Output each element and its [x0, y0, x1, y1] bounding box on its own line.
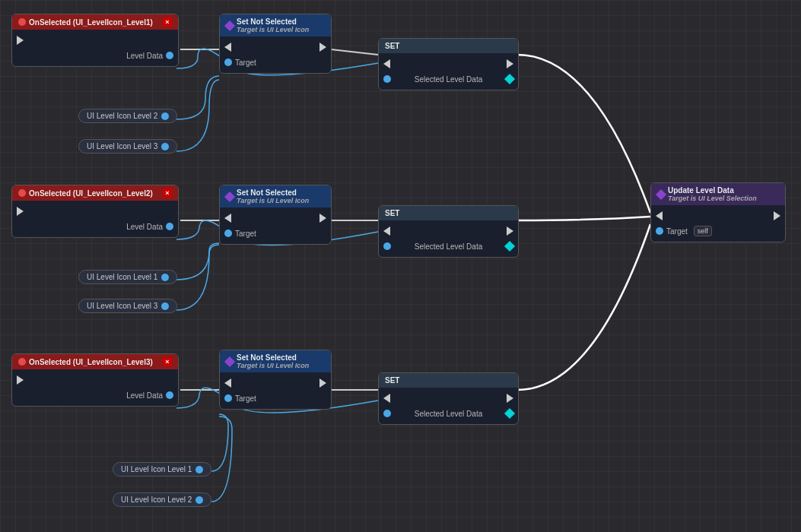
- set-not-selected-2-node: Set Not Selected Target is UI Level Icon…: [219, 185, 332, 245]
- on-selected-1-exec-out[interactable]: [17, 36, 24, 45]
- set-1-header: SET: [379, 39, 518, 53]
- on-selected-3-close[interactable]: ×: [163, 357, 172, 366]
- ui-level-icon-level3-label-2: UI Level Icon Level 3: [87, 302, 157, 310]
- set-not-selected-3-exec-row: [220, 375, 331, 391]
- set-3-exec-row: [379, 391, 518, 406]
- set-2-exec-out[interactable]: [507, 226, 513, 236]
- set-not-selected-3-icon: [224, 356, 235, 366]
- on-selected-3-leveldata-pin[interactable]: [166, 391, 173, 399]
- set-3-title: SET: [385, 376, 399, 385]
- update-level-data-exec-row: [651, 208, 785, 223]
- set-not-selected-3-exec-out[interactable]: [319, 378, 326, 388]
- set-3-header: SET: [379, 373, 518, 388]
- ui-level-icon-level2-pin-3[interactable]: [195, 496, 203, 504]
- set-not-selected-1-target-label: Target: [235, 59, 256, 67]
- update-level-data-header: Update Level Data Target is UI Level Sel…: [651, 183, 785, 205]
- set-not-selected-2-title: Set Not Selected: [237, 188, 309, 197]
- on-selected-2-leveldata-row: Level Data: [12, 219, 178, 234]
- set-2-exec-row: [379, 223, 518, 239]
- ui-level-icon-level1-pin-2[interactable]: [161, 274, 169, 281]
- set-not-selected-1-target-row: Target: [220, 55, 331, 70]
- update-level-data-exec-out[interactable]: [774, 211, 780, 220]
- ui-level-icon-level1-node-2: UI Level Icon Level 1: [78, 270, 177, 284]
- ui-level-icon-level2-node-3: UI Level Icon Level 2: [113, 492, 211, 507]
- update-level-data-subtitle: Target is UI Level Selection: [668, 195, 757, 202]
- on-selected-3-exec-out[interactable]: [17, 375, 24, 385]
- set-not-selected-1-icon: [224, 20, 235, 30]
- set-3-data-pin-in[interactable]: [383, 410, 391, 417]
- set-not-selected-3-subtitle: Target is UI Level Icon: [237, 362, 309, 369]
- ui-level-icon-level2-pin-1[interactable]: [161, 112, 169, 120]
- set-not-selected-2-target-pin[interactable]: [224, 230, 232, 237]
- update-level-data-icon: [656, 188, 666, 199]
- set-3-node: SET Selected Level Data: [378, 372, 519, 425]
- update-level-data-target-label: Target: [666, 227, 688, 236]
- set-not-selected-1-subtitle: Target is UI Level Icon: [237, 26, 309, 33]
- set-1-exec-row: [379, 56, 518, 71]
- on-selected-2-header: OnSelected (UI_LevelIcon_Level2) ×: [12, 185, 178, 201]
- on-selected-2-leveldata-pin[interactable]: [166, 223, 173, 230]
- on-selected-3-leveldata-row: Level Data: [12, 388, 178, 403]
- on-selected-1-header: OnSelected (UI_LevelIcon_Level1) ×: [12, 14, 178, 30]
- on-selected-1-close[interactable]: ×: [163, 17, 172, 27]
- set-2-label: Selected Level Data: [415, 242, 483, 251]
- set-1-data-pin-out[interactable]: [504, 74, 515, 84]
- set-not-selected-3-exec-in[interactable]: [224, 378, 231, 388]
- ui-level-icon-level3-pin-2[interactable]: [161, 302, 169, 310]
- ui-level-icon-level3-node-1: UI Level Icon Level 3: [78, 139, 177, 154]
- on-selected-1-title: OnSelected (UI_LevelIcon_Level1): [29, 18, 153, 27]
- set-not-selected-2-exec-in[interactable]: [224, 214, 231, 223]
- on-selected-2-exec-row: [12, 204, 178, 219]
- on-selected-1-exec-row: [12, 33, 178, 48]
- update-level-data-target-pin[interactable]: [656, 227, 663, 235]
- ui-level-icon-level1-label-2: UI Level Icon Level 1: [87, 273, 157, 281]
- set-not-selected-1-header: Set Not Selected Target is UI Level Icon: [220, 14, 331, 36]
- update-level-data-target-row: Target self: [651, 223, 785, 239]
- set-not-selected-1-target-pin[interactable]: [224, 59, 232, 66]
- ui-level-icon-level1-node-3: UI Level Icon Level 1: [113, 462, 211, 477]
- ui-level-icon-level3-pin-1[interactable]: [161, 143, 169, 150]
- set-3-data-pin-out[interactable]: [504, 408, 515, 419]
- set-not-selected-1-exec-out[interactable]: [319, 43, 326, 52]
- on-selected-2-exec-out[interactable]: [17, 207, 24, 216]
- set-2-exec-in[interactable]: [383, 226, 390, 236]
- set-3-data-row: Selected Level Data: [379, 406, 518, 421]
- set-1-exec-in[interactable]: [383, 59, 390, 68]
- on-selected-1-leveldata-label: Level Data: [126, 52, 163, 60]
- on-selected-1-leveldata-row: Level Data: [12, 48, 178, 63]
- set-not-selected-1-exec-row: [220, 40, 331, 55]
- set-2-data-pin-out[interactable]: [504, 241, 515, 252]
- ui-level-icon-level3-label-1: UI Level Icon Level 3: [87, 142, 157, 150]
- set-1-data-row: Selected Level Data: [379, 71, 518, 87]
- update-level-data-node: Update Level Data Target is UI Level Sel…: [650, 182, 786, 242]
- set-not-selected-2-target-row: Target: [220, 226, 331, 241]
- set-not-selected-1-exec-in[interactable]: [224, 43, 231, 52]
- on-selected-1-leveldata-pin[interactable]: [166, 52, 173, 59]
- ui-level-icon-level1-pin-3[interactable]: [195, 466, 203, 473]
- set-not-selected-3-node: Set Not Selected Target is UI Level Icon…: [219, 350, 332, 410]
- update-level-data-exec-in[interactable]: [656, 211, 663, 220]
- on-selected-1-node: OnSelected (UI_LevelIcon_Level1) × Level…: [11, 14, 179, 67]
- set-2-data-row: Selected Level Data: [379, 239, 518, 254]
- set-1-data-pin-in[interactable]: [383, 75, 391, 83]
- set-3-exec-out[interactable]: [507, 394, 513, 403]
- on-selected-3-header: OnSelected (UI_LevelIcon_Level3) ×: [12, 354, 178, 369]
- set-2-data-pin-in[interactable]: [383, 242, 391, 250]
- set-not-selected-3-target-row: Target: [220, 391, 331, 406]
- on-selected-2-close[interactable]: ×: [163, 188, 172, 198]
- set-not-selected-3-target-pin[interactable]: [224, 394, 232, 402]
- ui-level-icon-level3-node-2: UI Level Icon Level 3: [78, 299, 177, 313]
- ui-level-icon-level2-label-3: UI Level Icon Level 2: [121, 496, 192, 504]
- ui-level-icon-level2-label-1: UI Level Icon Level 2: [87, 112, 157, 120]
- set-not-selected-2-target-label: Target: [235, 230, 256, 238]
- set-not-selected-2-exec-out[interactable]: [319, 214, 326, 223]
- on-selected-3-title: OnSelected (UI_LevelIcon_Level3): [29, 358, 153, 366]
- set-3-exec-in[interactable]: [383, 394, 390, 403]
- set-1-node: SET Selected Level Data: [378, 38, 519, 90]
- set-not-selected-1-title: Set Not Selected: [237, 17, 309, 26]
- set-1-exec-out[interactable]: [507, 59, 513, 68]
- set-not-selected-2-header: Set Not Selected Target is UI Level Icon: [220, 185, 331, 207]
- on-selected-3-leveldata-label: Level Data: [126, 391, 163, 400]
- set-not-selected-1-node: Set Not Selected Target is UI Level Icon…: [219, 14, 332, 74]
- set-not-selected-2-subtitle: Target is UI Level Icon: [237, 197, 309, 204]
